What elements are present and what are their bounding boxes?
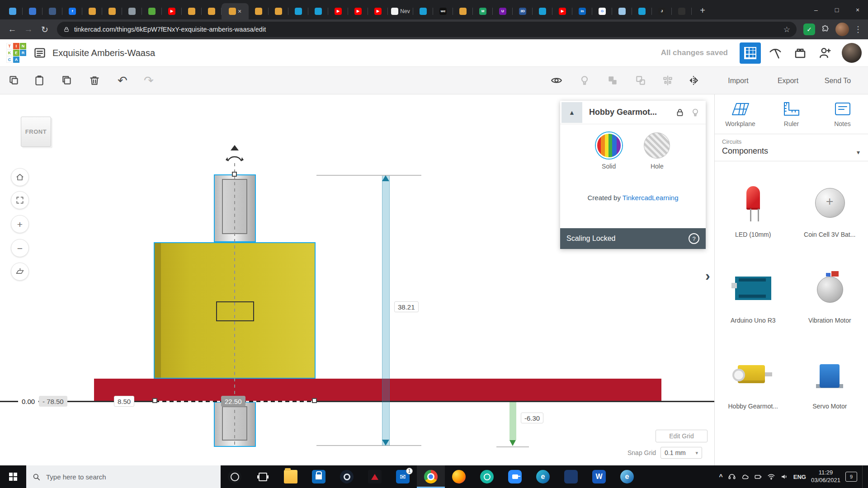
category-dropdown[interactable]: Circuits Components ▾ [715,134,868,161]
minimize-button[interactable]: – [806,0,826,19]
ungroup-icon[interactable] [634,74,647,87]
show-desktop-strip[interactable] [862,465,864,488]
taskbar-app[interactable] [333,465,361,488]
height-dimension-label[interactable]: 38.21 [394,301,419,312]
browser-tab[interactable]: U [493,3,513,19]
ruler-tool[interactable]: Ruler [766,101,817,127]
browser-tab[interactable]: J [652,3,672,19]
taskbar-app[interactable]: e [529,465,557,488]
bookmark-star-icon[interactable]: ☆ [783,25,790,34]
browser-tab[interactable]: ▶ [328,3,348,19]
lock-shape-icon[interactable] [675,108,685,117]
forward-button[interactable]: → [21,22,36,37]
delete-icon[interactable] [88,74,101,87]
volume-icon[interactable] [780,473,788,481]
left-offset-label[interactable]: 8.50 [114,396,134,407]
language-indicator[interactable]: ENG [793,474,806,480]
browser-menu-icon[interactable]: ⋮ [853,24,863,34]
browser-tab[interactable] [122,3,142,19]
help-icon[interactable]: ? [689,233,699,244]
tray-expand-chevron[interactable]: ^ [719,473,723,480]
undo-icon[interactable]: ↶ [116,74,129,87]
taskbar-app[interactable] [473,465,501,488]
browser-tab[interactable] [202,3,222,19]
component-item[interactable] [715,435,792,465]
zoom-in-button[interactable]: + [11,215,29,233]
send-to-button[interactable]: Send To [817,67,858,94]
scale-handle-left[interactable] [152,398,157,403]
browser-tab[interactable] [142,3,162,19]
width-dimension-label[interactable]: 22.50 [221,396,245,407]
brick-export-icon[interactable] [789,42,811,64]
new-tab-button[interactable]: + [695,3,710,18]
duplicate-icon[interactable] [61,74,73,87]
taskbar-app[interactable]: e [613,465,641,488]
browser-tab[interactable] [269,3,288,19]
action-center-icon[interactable]: 9 [845,472,857,482]
browser-tab[interactable]: × [222,3,249,19]
taskbar-app[interactable] [249,465,277,488]
move-arrow-handle[interactable] [231,145,239,150]
component-item[interactable]: Hobby Gearmot... [715,349,792,435]
battery-icon[interactable] [754,473,762,481]
address-bar[interactable]: tinkercad.com/things/6kEpW7fENxY-exquisi… [57,22,797,37]
component-item[interactable]: Coin Cell 3V Bat... [792,178,868,263]
browser-tab[interactable] [182,3,202,19]
browser-tab[interactable] [82,3,102,19]
wifi-icon[interactable] [767,473,775,481]
rotate-handle[interactable] [224,153,245,163]
tab-close-icon[interactable]: × [238,8,241,14]
taskbar-app[interactable]: 1 [389,465,417,488]
extensions-puzzle-icon[interactable] [821,25,830,34]
browser-tab[interactable] [453,3,473,19]
taskbar-app[interactable] [501,465,529,488]
workplane-view-button[interactable] [11,263,29,281]
taskbar-app[interactable]: W [585,465,613,488]
component-item[interactable]: Arduino Uno R3 [715,263,792,349]
copy-icon[interactable] [8,74,20,87]
mirror-icon[interactable] [687,74,700,87]
taskbar-app[interactable] [361,465,389,488]
taskbar-app[interactable] [277,465,305,488]
browser-tab[interactable] [612,3,632,19]
taskbar-app[interactable] [557,465,585,488]
browser-tab[interactable] [308,3,328,19]
browser-tab[interactable]: M [473,3,493,19]
view-cube[interactable]: FRONT [21,117,51,147]
home-view-button[interactable] [11,168,29,186]
browser-tab[interactable] [413,3,433,19]
import-button[interactable]: Import [722,67,754,94]
notes-tool[interactable]: Notes [817,101,868,127]
browser-tab[interactable] [249,3,269,19]
design-menu-icon[interactable] [33,47,46,59]
browser-tab[interactable] [632,3,652,19]
fit-view-button[interactable] [11,191,29,209]
search-input[interactable] [26,465,221,488]
export-button[interactable]: Export [772,67,804,94]
red-plate-shape[interactable] [94,379,661,402]
dashboard-grid-button[interactable] [740,42,761,64]
depth-dimension-label[interactable]: -6.30 [521,413,543,423]
hole-swatch-icon[interactable] [644,132,670,159]
sidebar-collapse-chevron[interactable]: › [705,267,710,284]
component-item[interactable]: Servo Motor [792,349,868,435]
extension-check-icon[interactable]: ✓ [803,23,815,35]
browser-tab[interactable]: 3D [513,3,533,19]
browser-tab[interactable] [672,3,692,19]
component-item[interactable]: Vibration Motor [792,263,868,349]
browser-tab[interactable] [533,3,552,19]
browser-tab[interactable]: ▶ [552,3,572,19]
browser-tab[interactable]: ▶ [348,3,368,19]
workplane-tool[interactable]: Workplane [715,101,766,127]
browser-tab[interactable]: ▶ [162,3,182,19]
browser-tab[interactable]: G [592,3,612,19]
scale-handle-right[interactable] [312,398,317,403]
browser-tab[interactable] [288,3,308,19]
browser-tab[interactable]: we [433,3,453,19]
scale-handle-top[interactable] [232,172,237,177]
browser-tab[interactable]: Nev [388,3,413,19]
hide-shape-bulb-icon[interactable] [690,108,700,117]
browser-tab[interactable] [42,3,62,19]
solid-swatch-icon[interactable] [596,132,622,159]
cloud-icon[interactable] [741,473,749,481]
